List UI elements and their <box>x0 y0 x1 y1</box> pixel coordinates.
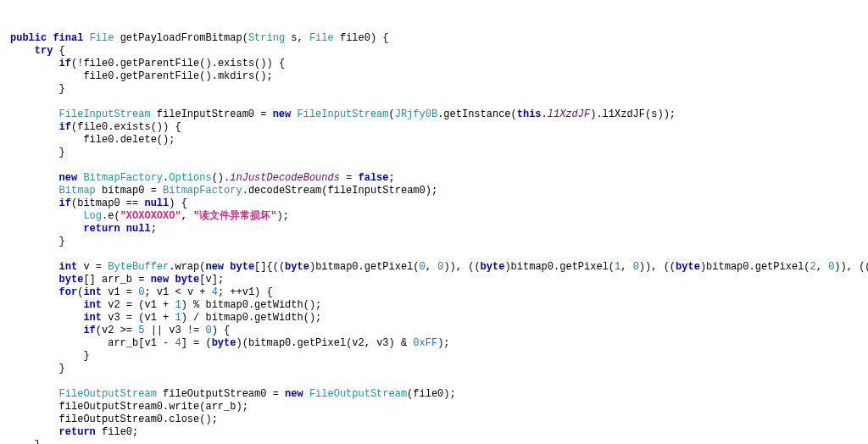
type-fis: FileInputStream <box>59 108 151 120</box>
type-string: String <box>248 32 285 44</box>
kw-final: final <box>53 32 83 44</box>
kw-public: public <box>10 32 47 44</box>
param-s: s <box>291 32 297 44</box>
param-file0: file0 <box>340 32 370 44</box>
kw-new: new <box>273 108 292 120</box>
kw-if: if <box>59 58 71 69</box>
type-file: File <box>90 32 114 44</box>
method-name: getPayloadFromBitmap <box>120 32 242 44</box>
code-block: public final File getPayloadFromBitmap(S… <box>10 32 858 444</box>
kw-try: try <box>35 45 53 57</box>
str-cn: "读文件异常损坏" <box>193 210 276 222</box>
type-file2: File <box>309 32 334 44</box>
str-xoxo: "XOXOXOXO" <box>120 210 181 222</box>
